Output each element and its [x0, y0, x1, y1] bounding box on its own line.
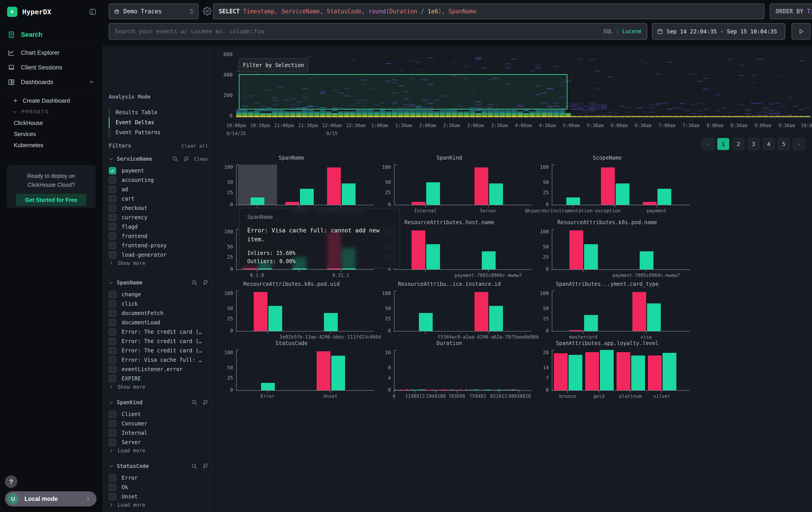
select-clause-input[interactable]: SELECT Timestamp, ServiceName, StatusCod…	[213, 4, 764, 19]
filter-checkbox-row[interactable]: documentLoad	[109, 318, 160, 327]
checkbox[interactable]	[109, 186, 116, 193]
search-icon[interactable]	[191, 279, 198, 286]
pin-icon[interactable]	[202, 279, 209, 286]
pagination-page-4[interactable]: 4	[763, 138, 775, 150]
filter-checkbox-row[interactable]: load-generator	[109, 250, 167, 259]
chart-spanname[interactable]: SpanName10050250…tablesPaymentService/Ch…	[212, 155, 371, 214]
filter-load-more[interactable]: Load more	[109, 502, 145, 508]
bar-inlier[interactable]	[261, 383, 275, 390]
chart-plot[interactable]	[394, 229, 520, 269]
filter-checkbox-row[interactable]: Internal	[109, 429, 147, 437]
bar-outlier[interactable]	[317, 351, 330, 390]
bar-inlier[interactable]	[482, 251, 496, 269]
checkbox[interactable]	[109, 214, 116, 221]
filter-checkbox-row[interactable]: Error: The credit card (…	[109, 346, 202, 355]
checkbox[interactable]	[109, 328, 116, 336]
chart-plot[interactable]	[236, 164, 362, 205]
checkbox[interactable]	[109, 291, 116, 298]
filter-checkbox-row[interactable]: frontend	[109, 232, 147, 241]
search-icon[interactable]	[172, 156, 178, 162]
chart-resourceattributes-k8s-pod-name[interactable]: ResourceAttributes.k8s.pod.name10050250p…	[528, 219, 686, 278]
chart-resourceattribu-ice-instance-id[interactable]: ResourceAttribu..ice.instance.id10050250…	[371, 281, 528, 340]
pagination-page-3[interactable]: 3	[748, 138, 759, 150]
bar-outlier[interactable]	[648, 355, 662, 390]
bar-inlier[interactable]	[489, 306, 503, 331]
filter-checkbox-row[interactable]: payment	[109, 166, 144, 175]
pin-icon[interactable]	[202, 399, 209, 406]
bar-outlier[interactable]	[643, 202, 657, 205]
chart-duration[interactable]: Duration16840011988132944180703098759483…	[371, 340, 528, 399]
sidebar-item-search[interactable]: Search	[0, 26, 102, 43]
chart-plot[interactable]	[552, 291, 677, 331]
checkbox[interactable]	[109, 410, 116, 418]
presets-toggle[interactable]: PRESETS	[0, 106, 102, 117]
analysis-mode-option-results-table[interactable]: Results Table	[116, 109, 157, 115]
get-started-button[interactable]: Get Started for Free	[16, 194, 86, 206]
checkbox[interactable]	[109, 420, 116, 427]
heatmap-plot[interactable]	[236, 52, 811, 117]
filter-checkbox-row[interactable]: currency	[109, 213, 147, 222]
checkbox[interactable]	[109, 484, 116, 491]
pagination-prev-button[interactable]: ‹	[702, 138, 714, 150]
search-events-input[interactable]: Search your events w/ Lucene ex. column:…	[109, 23, 647, 39]
analysis-mode-option-event-deltas[interactable]: Event Deltas	[116, 119, 154, 126]
local-mode-menu[interactable]: U Local mode	[5, 491, 96, 507]
pin-icon[interactable]	[183, 156, 190, 162]
bar-outlier[interactable]	[327, 167, 341, 205]
order-by-input[interactable]: ORDER BY Timestamp DESC	[770, 4, 812, 19]
lang-lucene[interactable]: Lucene	[622, 28, 641, 34]
checkbox[interactable]	[109, 309, 116, 317]
sidebar-item-dashboards[interactable]: Dashboards	[0, 75, 102, 89]
filter-checkbox-row[interactable]: checkout	[109, 204, 147, 213]
checkbox[interactable]	[109, 429, 116, 437]
bar-inlier[interactable]	[251, 197, 264, 205]
gear-icon[interactable]	[203, 7, 212, 16]
sidebar-item-chart-explorer[interactable]: Chart Explorer	[0, 46, 102, 60]
chart-plot[interactable]	[552, 350, 677, 390]
filter-checkbox-row[interactable]: change	[109, 290, 141, 299]
chevron-down-icon[interactable]	[109, 400, 114, 405]
bar-inlier[interactable]	[584, 244, 598, 269]
filter-checkbox-row[interactable]: click	[109, 299, 138, 308]
filter-checkbox-row[interactable]: frontend-proxy	[109, 241, 167, 250]
bar-outlier[interactable]	[585, 352, 599, 390]
checkbox[interactable]	[109, 356, 116, 364]
filter-checkbox-row[interactable]: Server	[109, 438, 141, 447]
bar-inlier[interactable]	[600, 350, 614, 390]
chevron-down-icon[interactable]	[109, 464, 114, 468]
bar-outlier[interactable]	[554, 353, 568, 390]
checkbox[interactable]	[109, 493, 116, 501]
bar-inlier[interactable]	[300, 189, 314, 205]
chart-plot[interactable]	[394, 164, 520, 205]
collapse-sidebar-icon[interactable]	[89, 8, 97, 16]
analysis-mode-option-event-patterns[interactable]: Event Patterns	[116, 129, 161, 136]
chart-resourceattributes-k8s-pod-uid[interactable]: ResourceAttributes.k8s.pod.uid100502505e…	[212, 281, 371, 340]
sidebar-preset-clickhouse[interactable]: ClickHouse	[0, 117, 102, 129]
checkbox[interactable]	[109, 242, 116, 249]
filter-checkbox-row[interactable]: accounting	[109, 176, 154, 185]
bar-outlier[interactable]	[411, 231, 425, 269]
filter-checkbox-row[interactable]: EXPIRE	[109, 374, 141, 383]
bar-inlier[interactable]	[569, 355, 582, 390]
bar-outlier[interactable]	[285, 202, 299, 205]
source-select[interactable]: Demo Traces	[109, 4, 199, 19]
bar-inlier[interactable]	[631, 355, 645, 390]
filter-checkbox-row[interactable]: Consumer	[109, 419, 147, 428]
checkbox[interactable]	[109, 195, 116, 203]
chart-plot[interactable]	[552, 164, 677, 205]
checkbox-checked[interactable]	[109, 167, 116, 174]
bar-inlier[interactable]	[647, 303, 661, 331]
filter-checkbox-row[interactable]: Error: The credit card (…	[109, 327, 202, 336]
search-icon[interactable]	[191, 399, 198, 406]
checkbox[interactable]	[109, 300, 116, 308]
bar-inlier[interactable]	[324, 313, 338, 331]
filter-show-more[interactable]: Show more	[109, 260, 145, 266]
checkbox[interactable]	[109, 223, 116, 231]
run-query-button[interactable]	[791, 23, 811, 39]
checkbox[interactable]	[109, 233, 116, 240]
sidebar-preset-services[interactable]: Services	[0, 129, 102, 140]
chart-statuscode[interactable]: StatusCode10050250ErrorUnset	[212, 340, 371, 399]
chart-spankind[interactable]: SpanKind10050250InternalServer	[371, 155, 528, 214]
pin-icon[interactable]	[202, 463, 209, 469]
bar-outlier[interactable]	[474, 167, 488, 205]
